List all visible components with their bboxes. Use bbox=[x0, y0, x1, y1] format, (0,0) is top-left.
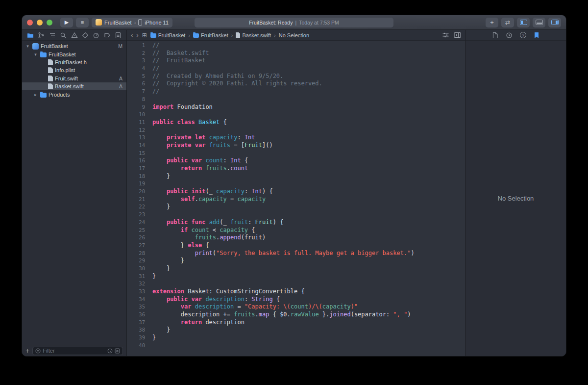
line-number[interactable]: 19 bbox=[127, 180, 145, 188]
line-number[interactable]: 35 bbox=[127, 303, 145, 311]
breadcrumb-item-fruitbasket[interactable]: FruitBasket bbox=[150, 32, 186, 38]
code-line[interactable]: 9import Foundation bbox=[127, 103, 465, 111]
code-line[interactable]: 22 } bbox=[127, 203, 465, 211]
add-file-button[interactable]: + bbox=[25, 347, 29, 354]
filter-field[interactable] bbox=[32, 347, 123, 355]
tree-row-basket-swift[interactable]: Basket.swiftA bbox=[22, 82, 126, 90]
disclosure-triangle[interactable]: ▾ bbox=[25, 44, 30, 49]
code-line[interactable]: 2// Basket.swift bbox=[127, 50, 465, 57]
tree-row-fruitbasket[interactable]: ▾FruitBasketM bbox=[22, 42, 126, 50]
line-number[interactable]: 27 bbox=[127, 242, 145, 250]
code-line[interactable]: 26 fruits.append(fruit) bbox=[127, 234, 465, 242]
report-navigator-tab[interactable] bbox=[115, 32, 122, 39]
code-line[interactable]: 35 var description = "Capacity: \(count)… bbox=[127, 303, 465, 311]
file-inspector-tab[interactable] bbox=[492, 32, 498, 39]
code-line[interactable]: 10 bbox=[127, 111, 465, 119]
code-line[interactable]: 5// Created by Ahmed Fathi on 9/5/20. bbox=[127, 73, 465, 80]
related-items-button[interactable]: ⊞ bbox=[142, 32, 147, 38]
code-line[interactable]: 20 public init(_ capacity: Int) { bbox=[127, 188, 465, 196]
line-number[interactable]: 4 bbox=[127, 65, 145, 73]
code-line[interactable]: 4// bbox=[127, 65, 465, 73]
source-control-navigator-tab[interactable] bbox=[38, 32, 45, 39]
code-line[interactable]: 34 public var description: String { bbox=[127, 296, 465, 304]
zoom-window-button[interactable] bbox=[47, 20, 52, 26]
code-line[interactable]: 37 return description bbox=[127, 319, 465, 327]
code-line[interactable]: 25 if count < capacity { bbox=[127, 227, 465, 234]
code-line[interactable]: 14 private var fruits = [Fruit]() bbox=[127, 142, 465, 150]
code-line[interactable]: 13 private let capacity: Int bbox=[127, 134, 465, 142]
find-navigator-tab[interactable] bbox=[60, 32, 67, 39]
line-number[interactable]: 38 bbox=[127, 326, 145, 334]
line-number[interactable]: 17 bbox=[127, 165, 145, 173]
code-line[interactable]: 23 bbox=[127, 211, 465, 219]
line-number[interactable]: 34 bbox=[127, 296, 145, 304]
code-line[interactable]: 31} bbox=[127, 273, 465, 281]
close-window-button[interactable] bbox=[27, 20, 33, 26]
line-number[interactable]: 33 bbox=[127, 288, 145, 296]
forward-button[interactable]: › bbox=[136, 32, 138, 38]
code-line[interactable]: 36 description += fruits.map { $0.rawVal… bbox=[127, 311, 465, 319]
code-line[interactable]: 27 } else { bbox=[127, 242, 465, 250]
project-navigator-tab[interactable] bbox=[27, 32, 34, 39]
filter-input[interactable] bbox=[43, 348, 105, 354]
line-number[interactable]: 3 bbox=[127, 57, 145, 65]
code-line[interactable]: 40 bbox=[127, 342, 465, 350]
debug-area-toggle-button[interactable] bbox=[533, 18, 545, 27]
code-line[interactable]: 28 print("Sorry, the basket is full. May… bbox=[127, 250, 465, 257]
scheme-selector[interactable]: FruitBasket › iPhone 11 bbox=[92, 18, 172, 27]
line-number[interactable]: 32 bbox=[127, 280, 145, 288]
line-number[interactable]: 15 bbox=[127, 150, 145, 157]
code-area[interactable]: 1//2// Basket.swift3// FruitBasket4//5//… bbox=[127, 41, 465, 356]
line-number[interactable]: 13 bbox=[127, 134, 145, 142]
navigator-toggle-button[interactable] bbox=[517, 18, 530, 27]
line-number[interactable]: 12 bbox=[127, 127, 145, 134]
breadcrumb-item-no-selection[interactable]: No Selection bbox=[279, 32, 309, 38]
inspector-toggle-button[interactable] bbox=[548, 18, 561, 27]
tree-row-products[interactable]: ▸Products bbox=[22, 90, 126, 98]
line-number[interactable]: 22 bbox=[127, 203, 145, 211]
line-number[interactable]: 37 bbox=[127, 319, 145, 327]
line-number[interactable]: 23 bbox=[127, 211, 145, 219]
code-line[interactable]: 38 } bbox=[127, 326, 465, 334]
minimize-window-button[interactable] bbox=[37, 20, 43, 26]
disclosure-triangle[interactable]: ▸ bbox=[33, 92, 38, 97]
code-line[interactable]: 32 bbox=[127, 280, 465, 288]
symbol-navigator-tab[interactable] bbox=[49, 32, 56, 39]
line-number[interactable]: 7 bbox=[127, 88, 145, 96]
code-line[interactable]: 39} bbox=[127, 334, 465, 342]
line-number[interactable]: 14 bbox=[127, 142, 145, 150]
line-number[interactable]: 11 bbox=[127, 119, 145, 127]
line-number[interactable]: 40 bbox=[127, 342, 145, 350]
issue-navigator-tab[interactable] bbox=[71, 32, 78, 39]
code-line[interactable]: 29 } bbox=[127, 257, 465, 265]
source-control-filter-icon[interactable] bbox=[115, 348, 120, 354]
line-number[interactable]: 25 bbox=[127, 227, 145, 234]
code-line[interactable]: 11public class Basket { bbox=[127, 119, 465, 127]
quick-help-inspector-tab[interactable]: ? bbox=[520, 32, 526, 38]
line-number[interactable]: 8 bbox=[127, 96, 145, 103]
add-editor-button[interactable] bbox=[454, 32, 461, 38]
code-line[interactable]: 16 public var count: Int { bbox=[127, 157, 465, 165]
line-number[interactable]: 2 bbox=[127, 50, 145, 57]
disclosure-triangle[interactable]: ▾ bbox=[33, 52, 38, 57]
code-line[interactable]: 18 } bbox=[127, 173, 465, 180]
code-line[interactable]: 8 bbox=[127, 96, 465, 103]
line-number[interactable]: 10 bbox=[127, 111, 145, 119]
line-number[interactable]: 1 bbox=[127, 42, 145, 50]
line-number[interactable]: 31 bbox=[127, 273, 145, 281]
tree-row-fruitbasket-h[interactable]: FruitBasket.h bbox=[22, 58, 126, 66]
code-line[interactable]: 1// bbox=[127, 42, 465, 50]
code-review-button[interactable]: ⇄ bbox=[501, 18, 514, 27]
stop-button[interactable]: ■ bbox=[76, 18, 89, 27]
line-number[interactable]: 39 bbox=[127, 334, 145, 342]
line-number[interactable]: 24 bbox=[127, 219, 145, 227]
tree-row-fruitbasket[interactable]: ▾FruitBasket bbox=[22, 50, 126, 58]
line-number[interactable]: 21 bbox=[127, 196, 145, 204]
test-navigator-tab[interactable] bbox=[82, 32, 89, 39]
code-line[interactable]: 17 return fruits.count bbox=[127, 165, 465, 173]
debug-navigator-tab[interactable] bbox=[93, 32, 99, 39]
recents-clock-icon[interactable] bbox=[107, 348, 113, 354]
line-number[interactable]: 30 bbox=[127, 265, 145, 273]
line-number[interactable]: 29 bbox=[127, 257, 145, 265]
line-number[interactable]: 18 bbox=[127, 173, 145, 180]
